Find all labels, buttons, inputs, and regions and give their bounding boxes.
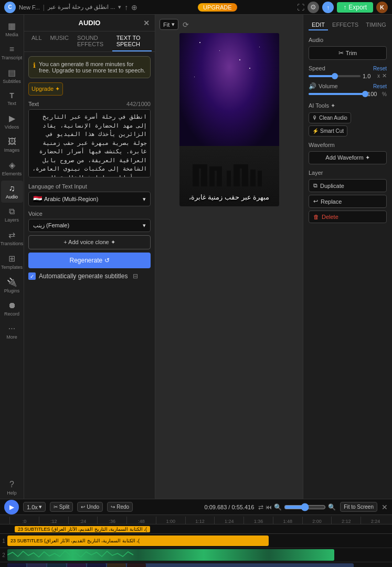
skip-start-icon[interactable]: ⏮ bbox=[266, 503, 272, 511]
playback-speed-select[interactable]: 1.0x ▾ bbox=[23, 502, 46, 512]
svg-rect-9 bbox=[234, 164, 248, 169]
upgrade-button[interactable]: UPGRADE bbox=[198, 3, 237, 12]
speed-value: 1.0 bbox=[363, 73, 375, 79]
layer-title: Layer bbox=[309, 170, 387, 176]
ai-tools-title: AI Tools ✦ bbox=[309, 102, 387, 109]
more-icon: ··· bbox=[8, 324, 15, 333]
avatar[interactable]: K bbox=[376, 2, 388, 13]
replace-button[interactable]: ↩ Replace bbox=[309, 195, 387, 208]
speed-close-icon[interactable]: ✕ bbox=[382, 72, 387, 79]
volume-slider-track[interactable] bbox=[309, 93, 365, 95]
sidebar-item-plugins[interactable]: 🔌 Plugins bbox=[1, 274, 23, 297]
sidebar-item-images[interactable]: 🖼 Images bbox=[1, 134, 23, 156]
video-clip[interactable] bbox=[7, 563, 354, 567]
trim-button[interactable]: ✂ Trim bbox=[309, 46, 387, 60]
sidebar-item-subtitles[interactable]: ▤ Subtitles bbox=[1, 65, 23, 87]
stonehenge-svg bbox=[193, 155, 266, 186]
zoom-in-icon[interactable]: 🔍 bbox=[328, 503, 336, 511]
chevron-down-icon: ▾ bbox=[143, 196, 146, 203]
upgrade-link-button[interactable]: Upgrade ✦ bbox=[28, 82, 63, 96]
redo-button[interactable]: ↪ Redo bbox=[107, 502, 133, 512]
undo-button[interactable]: ↩ Undo bbox=[77, 502, 103, 512]
sidebar-item-transcript[interactable]: ≡ Transcript bbox=[1, 41, 23, 64]
svg-rect-2 bbox=[193, 164, 207, 169]
speed-slider-track[interactable] bbox=[309, 75, 361, 77]
record-icon: ⏺ bbox=[8, 301, 16, 310]
track-content-1[interactable]: 23 SUBTITLES (الكتابة السمارية، التاريخ … bbox=[7, 535, 392, 547]
speed-reset[interactable]: Reset bbox=[373, 66, 387, 71]
fit-to-screen-button[interactable]: Fit to Screen bbox=[340, 502, 377, 512]
redo-icon: ↪ bbox=[111, 504, 115, 510]
tab-all[interactable]: ALL bbox=[27, 32, 46, 51]
add-voice-clone-button[interactable]: + Add voice clone ✦ bbox=[28, 235, 151, 249]
track-content-3[interactable] bbox=[7, 563, 392, 567]
sidebar-item-media[interactable]: ▦ Media bbox=[1, 18, 23, 40]
track-content-2[interactable] bbox=[7, 549, 392, 561]
main-layout: ▦ Media ≡ Transcript ▤ Subtitles T Text … bbox=[0, 15, 392, 499]
sidebar-item-elements[interactable]: ◈ Elements bbox=[1, 157, 23, 180]
rotate-icon[interactable]: ⟳ bbox=[183, 20, 189, 29]
tab-timing[interactable]: TIMING bbox=[363, 20, 389, 30]
options-icon[interactable]: ⊕ bbox=[131, 3, 137, 12]
volume-slider-thumb[interactable] bbox=[362, 91, 368, 97]
transitions-icon: ⇄ bbox=[8, 230, 15, 240]
text-icon: T bbox=[9, 91, 14, 100]
split-button[interactable]: ✂ Split bbox=[50, 502, 73, 512]
language-select[interactable]: 🇮🇶 Arabic (Multi-Region) ▾ bbox=[28, 192, 151, 206]
svg-rect-11 bbox=[258, 171, 262, 186]
zoom-out-icon[interactable]: 🔍 bbox=[274, 503, 282, 511]
tab-sound-effects[interactable]: SOUND EFFECTS bbox=[73, 32, 112, 51]
sidebar-item-layers[interactable]: ⧉ Layers bbox=[1, 204, 23, 226]
sidebar-item-audio[interactable]: ♫ Audio bbox=[1, 181, 23, 203]
regenerate-button[interactable]: Regenerate ↺ bbox=[28, 253, 151, 268]
video-thumbnail-3 bbox=[47, 563, 66, 567]
topbar-right: ⛶ ⚙ ↑ ↑ Export K bbox=[297, 2, 388, 13]
delete-button[interactable]: 🗑 Delete bbox=[309, 211, 387, 223]
dropdown-arrow-icon[interactable]: ▾ bbox=[118, 4, 121, 10]
voice-select[interactable]: زينب (Female) ▾ bbox=[28, 219, 151, 232]
ruler-mark: 1:48 bbox=[273, 517, 302, 524]
track-row-2: 2 bbox=[0, 548, 392, 562]
zoom-slider[interactable] bbox=[284, 503, 326, 511]
timeline-close-button[interactable]: ✕ bbox=[382, 503, 388, 511]
share-icon[interactable]: ↑ bbox=[124, 3, 128, 12]
auto-subtitles-checkbox[interactable]: ✓ bbox=[28, 272, 36, 280]
panel-close-icon[interactable]: ✕ bbox=[143, 19, 150, 27]
clean-audio-button[interactable]: 🎙 Clean Audio bbox=[309, 112, 351, 123]
ruler-mark: :36 bbox=[97, 517, 126, 524]
sky-background bbox=[179, 33, 279, 146]
tab-text-to-speech[interactable]: TEXT TO SPEECH bbox=[112, 32, 152, 51]
subtitle-clip[interactable]: 23 SUBTITLES (الكتابة السمارية، التاريخ … bbox=[7, 536, 269, 546]
add-waveform-button[interactable]: Add Waveform ✦ bbox=[309, 151, 387, 164]
smart-cut-button[interactable]: ⚡ Smart Cut bbox=[309, 125, 347, 136]
regenerate-label: Regenerate ↺ bbox=[69, 257, 109, 264]
audio-panel: AUDIO ✕ ALL MUSIC SOUND EFFECTS TEXT TO … bbox=[24, 15, 155, 499]
text-input[interactable] bbox=[28, 109, 151, 177]
audio-clip[interactable] bbox=[7, 549, 334, 561]
sidebar-item-text[interactable]: T Text bbox=[1, 88, 23, 109]
speed-slider-thumb[interactable] bbox=[332, 73, 338, 79]
ruler-mark: 2:12 bbox=[331, 517, 361, 524]
sidebar-item-videos[interactable]: ▶ Videos bbox=[1, 110, 23, 133]
tab-music[interactable]: MUSIC bbox=[46, 32, 73, 51]
duplicate-button[interactable]: ⧉ Duplicate bbox=[309, 179, 387, 192]
fit-select[interactable]: Fit ▾ bbox=[160, 19, 178, 30]
volume-icon: 🔊 bbox=[309, 82, 316, 90]
tab-edit[interactable]: EDIT bbox=[309, 20, 328, 30]
share-button-icon[interactable]: ↑ bbox=[322, 2, 334, 13]
right-tabs: EDIT EFFECTS TIMING bbox=[309, 20, 387, 30]
zoom-arrows-icon[interactable]: ⇄ bbox=[258, 503, 263, 511]
export-button[interactable]: ↑ Export bbox=[337, 2, 373, 13]
tab-effects[interactable]: EFFECTS bbox=[329, 20, 362, 30]
sidebar-item-more[interactable]: ··· More bbox=[1, 321, 23, 343]
screen-icon[interactable]: ⛶ bbox=[297, 3, 304, 12]
project-path: انطلق في رحلة أسرة عبر ... bbox=[48, 4, 115, 10]
settings-icon[interactable]: ⚙ bbox=[308, 2, 319, 13]
sidebar-item-record[interactable]: ⏺ Record bbox=[1, 298, 23, 320]
sidebar-item-templates[interactable]: ⊞ Templates bbox=[1, 250, 23, 273]
volume-unit: % bbox=[382, 91, 387, 97]
sidebar-item-help[interactable]: ? Help bbox=[1, 477, 23, 499]
sidebar-item-transitions[interactable]: ⇄ Transitions bbox=[1, 227, 23, 249]
volume-reset[interactable]: Reset bbox=[373, 83, 387, 89]
play-button[interactable]: ▶ bbox=[4, 500, 19, 514]
